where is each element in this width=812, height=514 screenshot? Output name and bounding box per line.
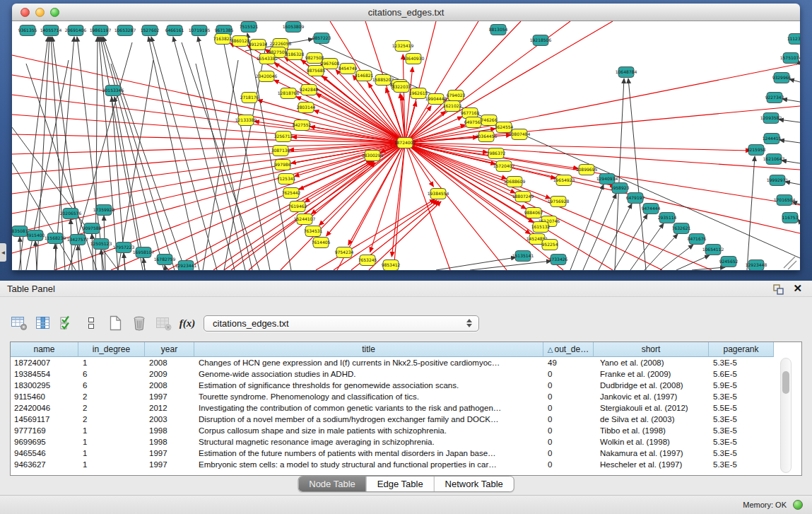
delete-trash-button[interactable] — [130, 314, 148, 332]
graph-node[interactable]: 9853412 — [382, 260, 401, 271]
graph-node[interactable]: 7625442 — [282, 188, 301, 199]
graph-node[interactable]: 16958107 — [133, 247, 155, 258]
select-rows-button[interactable] — [58, 314, 76, 332]
graph-node[interactable]: 17957223 — [113, 243, 135, 253]
function-builder-button[interactable]: f(x) — [178, 314, 196, 332]
graph-node[interactable]: 9754234 — [335, 247, 354, 258]
graph-node[interactable]: 6497568 — [464, 117, 483, 128]
graph-node[interactable]: 7653245 — [358, 255, 377, 266]
graph-node[interactable]: 17016504 — [774, 195, 796, 206]
graph-node[interactable]: 5958923 — [611, 183, 630, 194]
graph-node[interactable]: 997986 — [275, 160, 291, 170]
graph-node[interactable]: 18724007 — [394, 138, 416, 148]
graph-node[interactable]: 952254 — [542, 240, 558, 250]
graph-node[interactable]: 10653287 — [114, 25, 136, 36]
graph-node[interactable]: 12923448 — [746, 260, 767, 271]
graph-node[interactable]: 9875685 — [307, 66, 326, 76]
table-row[interactable]: 1872400712008Changes of HCN gene express… — [11, 357, 801, 368]
network-window-titlebar[interactable]: citations_edges.txt — [12, 4, 800, 21]
graph-node[interactable]: 12325419 — [392, 41, 414, 52]
graph-node[interactable]: 9227343 — [765, 93, 784, 103]
graph-node[interactable]: 13427577 — [67, 235, 89, 245]
close-traffic-button[interactable] — [20, 8, 30, 17]
graph-node[interactable]: 1733426 — [549, 255, 568, 265]
graph-node[interactable]: 23420046 — [256, 71, 278, 82]
graph-node[interactable]: 10654112 — [702, 245, 724, 255]
graph-node[interactable]: 11568239 — [45, 233, 66, 244]
table-settings-button[interactable] — [10, 314, 28, 332]
graph-node[interactable]: 19654923 — [553, 175, 575, 186]
graph-node[interactable]: 8860128 — [231, 36, 250, 47]
graph-node[interactable]: 15720407 — [493, 161, 515, 172]
column-header-title[interactable]: title — [194, 342, 543, 357]
graph-node[interactable]: 10648784 — [616, 67, 637, 78]
graph-node[interactable]: 20364456 — [476, 132, 498, 142]
graph-node[interactable]: 3256712 — [274, 132, 293, 142]
graph-node[interactable]: 19384554 — [428, 189, 449, 199]
delete-table-disabled-button[interactable] — [154, 314, 172, 332]
graph-node[interactable]: 10688609 — [504, 177, 526, 187]
graph-node[interactable]: 9884067 — [524, 208, 543, 218]
close-panel-icon[interactable]: ✕ — [793, 282, 802, 295]
graph-node[interactable]: 16543382 — [257, 54, 278, 64]
graph-node[interactable]: 12505123 — [90, 239, 112, 250]
column-header-out-de-[interactable]: △out_de… — [543, 342, 594, 357]
graph-node[interactable]: 14055714 — [40, 25, 62, 36]
graph-node[interactable]: 1615132 — [531, 222, 551, 233]
graph-node[interactable]: 8215958 — [747, 145, 766, 156]
graph-node[interactable]: 12923441 — [175, 261, 197, 271]
graph-node[interactable]: 8186328 — [286, 49, 305, 60]
panel-collapse-handle[interactable]: ◄ — [0, 243, 6, 262]
graph-node[interactable]: 1527602 — [141, 25, 160, 36]
graph-node[interactable]: 15751074 — [780, 53, 800, 64]
table-row[interactable]: 946362711997Embryonic stem cells: a mode… — [11, 459, 801, 470]
graph-node[interactable]: 7163822 — [213, 34, 233, 45]
graph-node[interactable]: 116753 — [782, 213, 799, 223]
graph-node[interactable]: 6794023 — [447, 90, 466, 101]
column-header-pagerank[interactable]: pagerank — [709, 342, 774, 357]
scrollbar-thumb[interactable] — [782, 371, 789, 394]
table-row[interactable]: 2242004622012Investigating the contribut… — [11, 402, 801, 414]
graph-node[interactable]: 2718176 — [240, 93, 259, 103]
graph-node[interactable]: 19756928 — [548, 197, 570, 207]
graph-node[interactable]: 7125341 — [277, 174, 296, 185]
row-height-button[interactable] — [82, 314, 100, 332]
graph-node[interactable]: 2935114 — [658, 213, 677, 223]
graph-node[interactable]: 19992971 — [767, 175, 789, 186]
graph-node[interactable]: 8322037 — [392, 82, 411, 93]
table-row[interactable]: 1456911722003Disruption of a novel membe… — [11, 414, 801, 425]
graph-node[interactable]: 1244415 — [763, 134, 782, 144]
graph-node[interactable]: 9245652 — [719, 257, 739, 267]
graph-node[interactable]: 12818766 — [278, 88, 300, 99]
graph-node[interactable]: 17359928 — [93, 205, 115, 216]
graph-node[interactable]: 20691406 — [65, 25, 87, 36]
graph-node[interactable]: 8427552 — [293, 120, 312, 131]
network-graph-canvas[interactable]: 9361355140557142069140619861197106532871… — [12, 21, 800, 270]
table-row[interactable]: 946554611997Estimation of the future num… — [11, 448, 801, 459]
minimize-traffic-button[interactable] — [35, 8, 45, 17]
graph-node[interactable]: 9329966 — [772, 73, 792, 83]
graph-node[interactable]: 18807249 — [512, 192, 534, 202]
graph-node[interactable]: 10899695 — [576, 165, 598, 175]
graph-node[interactable]: 7614405 — [312, 238, 331, 248]
graph-node[interactable]: 8471676 — [688, 234, 707, 245]
graph-node[interactable]: 7515521 — [240, 22, 259, 33]
graph-node[interactable]: 7619462 — [288, 201, 307, 212]
column-header-year[interactable]: year — [145, 342, 194, 357]
graph-node[interactable]: 18300295 — [362, 151, 384, 161]
graph-node[interactable]: 9146821 — [355, 71, 374, 81]
graph-node[interactable]: 13640930 — [403, 54, 425, 64]
tab-network-table[interactable]: Network Table — [434, 477, 514, 491]
table-row[interactable]: 977716911998Corpus callosum shape and si… — [11, 425, 801, 436]
tab-edge-table[interactable]: Edge Table — [366, 477, 434, 491]
table-select-dropdown[interactable]: citations_edges.txt — [204, 315, 479, 332]
graph-node[interactable]: 1112304 — [787, 34, 800, 45]
graph-node[interactable]: 12133389 — [235, 115, 257, 126]
graph-node[interactable]: 19218506 — [530, 35, 552, 46]
graph-node[interactable]: 2803144 — [297, 103, 316, 113]
graph-node[interactable]: 7632621 — [672, 223, 691, 234]
column-header-in-degree[interactable]: in_degree — [78, 342, 145, 357]
column-header-short[interactable]: short — [594, 342, 709, 357]
new-document-button[interactable] — [106, 314, 124, 332]
select-column-button[interactable] — [34, 314, 52, 332]
